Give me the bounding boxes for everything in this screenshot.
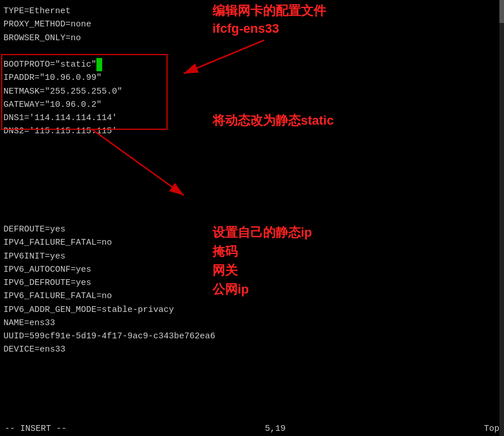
annotation-static: 将动态改为静态static <box>212 112 334 129</box>
cursor-position: 5,19 <box>265 424 286 434</box>
status-bar: -- INSERT -- 5,19 Top <box>0 422 504 436</box>
line-name: NAME=ens33 <box>3 317 215 330</box>
line-1: TYPE=Ethernet <box>3 5 122 18</box>
line-4 <box>3 45 122 58</box>
svg-line-3 <box>92 129 184 195</box>
cursor <box>96 58 102 71</box>
line-ipv4-fatal: IPV4_FAILURE_FATAL=no <box>3 236 215 249</box>
annotation-public-ip: 公网ip <box>212 280 312 299</box>
annotation-title: 编辑网卡的配置文件 ifcfg-ens33 <box>212 2 326 38</box>
annotation-gateway: 网关 <box>212 261 312 280</box>
scrollbar[interactable] <box>499 0 504 436</box>
line-ipv6fatal: IPV6_FAILURE_FATAL=no <box>3 290 215 303</box>
line-ipv6addrgen: IPV6_ADDR_GEN_MODE=stable-privacy <box>3 303 215 317</box>
line-bootproto: BOOTPROTO="static" <box>3 58 122 71</box>
scrollbar-thumb[interactable] <box>499 0 504 23</box>
line-gateway: GATEWAY="10.96.0.2" <box>3 98 122 111</box>
line-uuid: UUID=599cf91e-5d19-4f17-9ac9-c343be762ea… <box>3 330 215 343</box>
line-dns2: DNS2='115.115.115.115' <box>3 125 122 138</box>
svg-line-1 <box>184 40 264 74</box>
scroll-position: Top <box>484 424 499 434</box>
arrow-1 <box>161 34 276 80</box>
line-device: DEVICE=ens33 <box>3 343 215 356</box>
annotation-ip-config: 设置自己的静态ip 掩码 网关 公网ip <box>212 223 312 299</box>
insert-mode: -- INSERT -- <box>5 424 67 434</box>
line-ipv6autoconf: IPV6_AUTOCONF=yes <box>3 263 215 276</box>
line-ipaddr: IPADDR="10.96.0.99" <box>3 71 122 84</box>
terminal: TYPE=Ethernet PROXY_METHOD=none BROWSER_… <box>0 0 504 436</box>
line-netmask: NETMASK="255.255.255.0" <box>3 85 122 98</box>
annotation-mask: 掩码 <box>212 242 312 261</box>
line-dns1: DNS1='114.114.114.114' <box>3 111 122 125</box>
line-3: BROWSER_ONLY=no <box>3 32 122 45</box>
line-ipv6init: IPV6INIT=yes <box>3 250 215 263</box>
line-ipv6defroute: IPV6_DEFROUTE=yes <box>3 276 215 290</box>
line-2: PROXY_METHOD=none <box>3 18 122 31</box>
line-defroute: DEFROUTE=yes <box>3 223 215 236</box>
annotation-static-ip: 设置自己的静态ip <box>212 223 312 242</box>
